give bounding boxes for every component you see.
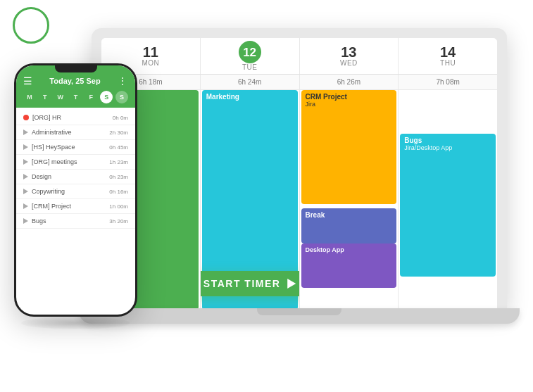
laptop-screen: 11 MON 12 TUE 13 WED 14 THU 6h 18m <box>101 38 497 310</box>
phone-title: Today, 25 Sep <box>49 77 100 85</box>
phone-days-row: M T W T F S S <box>23 91 128 103</box>
item-time-design: 0h 23m <box>109 174 128 180</box>
list-item-copywriting: Copywriting 0h 16m <box>16 184 135 199</box>
phone-top-row: ☰ Today, 25 Sep ⋮ <box>23 75 128 87</box>
play-icon-design[interactable] <box>23 174 28 179</box>
start-timer-button[interactable]: START TIMER <box>201 271 300 296</box>
day-name-mon: MON <box>142 59 159 67</box>
time-wed: 6h 26m <box>300 75 399 89</box>
play-icon-meetings[interactable] <box>23 159 28 165</box>
day-num-thu: 14 <box>440 45 456 59</box>
bugs-sub: Jira/Desktop App <box>404 144 491 151</box>
crm-title: CRM Project <box>306 93 393 101</box>
phone-list: [ORG] HR 0h 0m Administrative 2h 30m [HS… <box>16 108 135 232</box>
event-crm: CRM Project Jira <box>301 90 397 204</box>
phone-day-m[interactable]: M <box>23 91 36 103</box>
laptop-body: 11 MON 12 TUE 13 WED 14 THU 6h 18m <box>92 28 507 310</box>
play-icon <box>287 279 296 289</box>
calendar-body: Training Marketing START TIMER CRM Proje… <box>101 90 497 310</box>
item-name-org-hr: [ORG] HR <box>32 114 113 121</box>
phone-day-f[interactable]: F <box>84 91 97 103</box>
play-icon-bugs[interactable] <box>23 218 28 224</box>
phone-day-s2[interactable]: S <box>115 91 128 103</box>
phone: ☰ Today, 25 Sep ⋮ M T W T F S S [ORG] HR… <box>14 63 137 317</box>
item-name-admin: Administrative <box>32 129 109 136</box>
phone-menu-icon[interactable]: ☰ <box>23 75 32 87</box>
play-icon-admin[interactable] <box>23 129 28 135</box>
item-name-bugs: Bugs <box>32 217 109 225</box>
cal-day-wed: 13 WED <box>300 38 399 74</box>
calendar-time-row: 6h 18m 6h 24m 6h 26m 7h 08m <box>101 75 497 90</box>
phone-dots-icon[interactable]: ⋮ <box>118 75 128 87</box>
phone-day-w[interactable]: W <box>54 91 67 103</box>
item-time-meetings: 1h 23m <box>109 159 128 165</box>
item-name-crm-project: [CRM] Project <box>32 203 109 210</box>
time-thu: 7h 08m <box>399 75 497 89</box>
day-name-thu: THU <box>440 59 456 67</box>
list-item-design: Design 0h 23m <box>16 170 135 184</box>
item-time-copywriting: 0h 16m <box>109 189 128 195</box>
list-item-heyspace: [HS] HeySpace 0h 45m <box>16 140 135 155</box>
phone-day-t2[interactable]: T <box>69 91 82 103</box>
list-item-admin: Administrative 2h 30m <box>16 125 135 140</box>
play-icon-copywriting[interactable] <box>23 189 28 194</box>
phone-body: ☰ Today, 25 Sep ⋮ M T W T F S S [ORG] HR… <box>14 63 137 317</box>
list-item-crm-project: [CRM] Project 1h 00m <box>16 199 135 214</box>
event-break: Break <box>301 208 397 244</box>
play-icon-heyspace[interactable] <box>23 144 28 150</box>
crm-sub: Jira <box>306 101 393 108</box>
item-name-copywriting: Copywriting <box>32 188 109 195</box>
list-item-meetings: [ORG] meetings 1h 23m <box>16 155 135 170</box>
phone-shadow <box>21 317 130 329</box>
day-name-tue: TUE <box>242 63 258 71</box>
day-num-tue: 12 <box>239 41 261 63</box>
list-item-org-hr: [ORG] HR 0h 0m <box>16 110 135 125</box>
cal-col-thu: Bugs Jira/Desktop App <box>399 90 497 310</box>
list-item-bugs: Bugs 3h 20m <box>16 214 135 229</box>
day-num-wed: 13 <box>341 45 356 59</box>
bugs-title: Bugs <box>404 137 491 144</box>
item-time-heyspace: 0h 45m <box>109 144 128 151</box>
calendar-header: 11 MON 12 TUE 13 WED 14 THU <box>101 38 497 75</box>
dot-icon-org-hr <box>23 115 29 120</box>
cal-day-thu: 14 THU <box>399 38 497 74</box>
phone-day-t1[interactable]: T <box>39 91 51 103</box>
phone-notch <box>55 65 97 72</box>
event-desktop: Desktop App <box>301 244 397 287</box>
phone-day-s1[interactable]: S <box>100 91 113 103</box>
laptop: 11 MON 12 TUE 13 WED 14 THU 6h 18m <box>92 28 514 352</box>
item-name-meetings: [ORG] meetings <box>32 158 109 165</box>
item-time-crm-project: 1h 00m <box>109 203 128 210</box>
time-tue: 6h 24m <box>201 75 300 89</box>
laptop-notch <box>257 308 341 315</box>
item-time-bugs: 3h 20m <box>109 218 128 225</box>
cal-day-tue: 12 TUE <box>201 38 300 74</box>
start-timer-label: START TIMER <box>203 278 281 289</box>
day-num-mon: 11 <box>143 45 158 59</box>
item-name-heyspace: [HS] HeySpace <box>32 144 109 151</box>
laptop-base <box>79 308 520 324</box>
cal-col-tue: Marketing START TIMER <box>201 90 300 310</box>
item-time-admin: 2h 30m <box>109 129 128 136</box>
cal-col-wed: CRM Project Jira Break Desktop App <box>300 90 399 310</box>
event-bugs: Bugs Jira/Desktop App <box>400 134 496 277</box>
play-icon-crm-project[interactable] <box>23 203 28 209</box>
day-name-wed: WED <box>340 59 358 67</box>
item-name-design: Design <box>32 173 109 180</box>
deco-circle <box>13 7 49 44</box>
item-time-org-hr: 0h 0m <box>113 115 128 121</box>
